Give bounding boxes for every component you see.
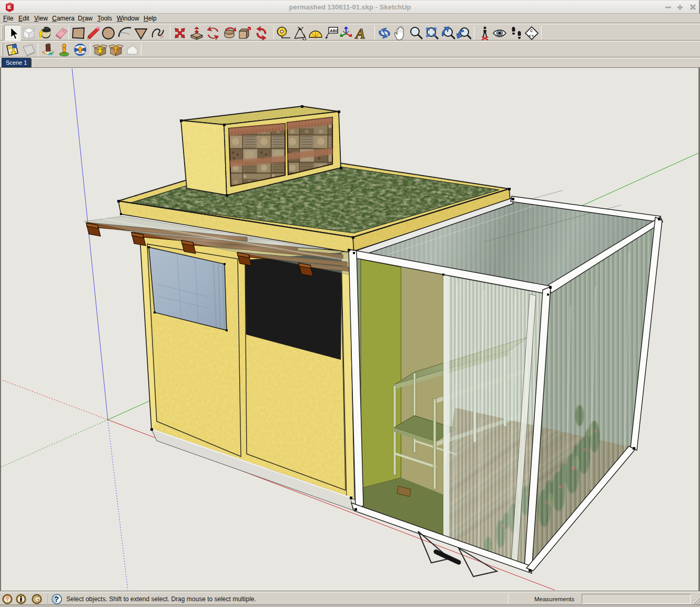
svg-text:ABC: ABC <box>330 28 338 33</box>
svg-text:?: ? <box>55 595 59 603</box>
svg-text:C: C <box>530 29 533 33</box>
svg-text:A·5: A·5 <box>529 34 534 37</box>
svg-text:A: A <box>354 26 366 41</box>
